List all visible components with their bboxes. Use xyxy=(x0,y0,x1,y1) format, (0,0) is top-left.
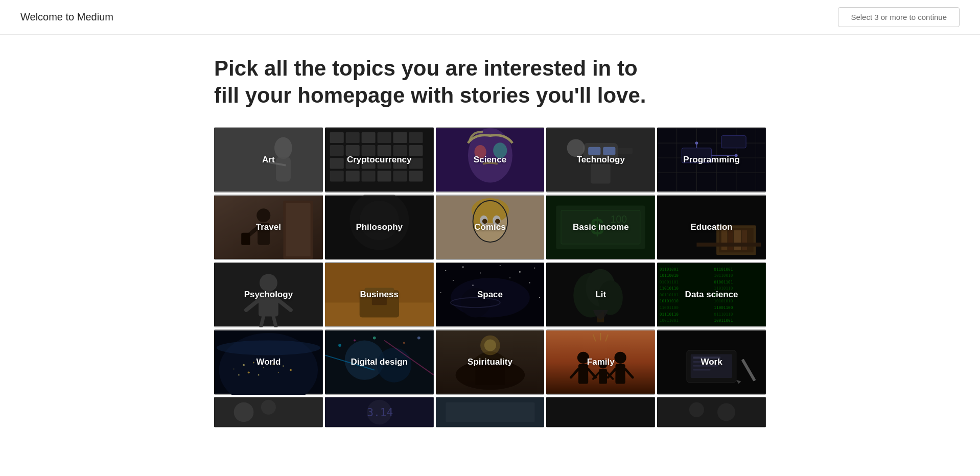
topic-label-technology: Technology xyxy=(546,127,655,193)
topic-label-datascience: Data science xyxy=(657,262,766,327)
topic-card-world[interactable]: World xyxy=(214,329,323,395)
topic-label-science: Science xyxy=(436,127,545,193)
topic-card-datascience[interactable]: 01101001 10110010 01001101 11010110 0011… xyxy=(657,262,766,327)
topic-label-row5c xyxy=(436,397,545,427)
topic-card-travel[interactable]: Travel xyxy=(214,195,323,260)
site-title: Welcome to Medium xyxy=(20,11,113,23)
topic-card-psychology[interactable]: Psychology xyxy=(214,262,323,327)
topic-label-philosophy: Philosophy xyxy=(325,195,434,260)
topic-card-family[interactable]: Family xyxy=(546,329,655,395)
topic-card-row5d[interactable] xyxy=(546,397,655,427)
topic-card-digitaldesign[interactable]: Digital design xyxy=(325,329,434,395)
topic-card-lit[interactable]: Lit xyxy=(546,262,655,327)
topic-card-space[interactable]: Space xyxy=(436,262,545,327)
topic-card-work[interactable]: Work xyxy=(657,329,766,395)
page-headline: Pick all the topics you are interested i… xyxy=(214,55,654,109)
topic-card-comics[interactable]: Comics xyxy=(436,195,545,260)
topic-card-row5a[interactable] xyxy=(214,397,323,427)
topic-label-row5b xyxy=(325,397,434,427)
topic-card-row5b[interactable]: 3.14 xyxy=(325,397,434,427)
topic-card-technology[interactable]: Technology xyxy=(546,127,655,193)
topic-card-cryptocurrency[interactable]: Cryptocurrency xyxy=(325,127,434,193)
topic-label-work: Work xyxy=(657,329,766,395)
site-header: Welcome to Medium Select 3 or more to co… xyxy=(0,0,980,35)
topic-label-lit: Lit xyxy=(546,262,655,327)
topic-label-comics: Comics xyxy=(436,195,545,260)
topic-card-art[interactable]: Art xyxy=(214,127,323,193)
topic-card-spirituality[interactable]: Spirituality xyxy=(436,329,545,395)
topic-label-business: Business xyxy=(325,262,434,327)
topic-label-education: Education xyxy=(657,195,766,260)
topic-card-programming[interactable]: Programming xyxy=(657,127,766,193)
topic-label-digitaldesign: Digital design xyxy=(325,329,434,395)
topic-card-basicincome[interactable]: $ 100 Basic income xyxy=(546,195,655,260)
topic-label-travel: Travel xyxy=(214,195,323,260)
topic-card-education[interactable]: Education xyxy=(657,195,766,260)
continue-button[interactable]: Select 3 or more to continue xyxy=(838,7,960,27)
topic-card-business[interactable]: Business xyxy=(325,262,434,327)
topic-label-spirituality: Spirituality xyxy=(436,329,545,395)
topic-label-psychology: Psychology xyxy=(214,262,323,327)
topic-label-programming: Programming xyxy=(657,127,766,193)
topic-card-science[interactable]: Science xyxy=(436,127,545,193)
topic-label-family: Family xyxy=(546,329,655,395)
topic-label-row5d xyxy=(546,397,655,427)
topic-label-art: Art xyxy=(214,127,323,193)
topics-grid: Art xyxy=(214,127,766,427)
topic-label-row5e xyxy=(657,397,766,427)
topic-label-basicincome: Basic income xyxy=(546,195,655,260)
main-content: Pick all the topics you are interested i… xyxy=(204,35,776,458)
topic-label-cryptocurrency: Cryptocurrency xyxy=(325,127,434,193)
topic-label-row5a xyxy=(214,397,323,427)
topic-card-philosophy[interactable]: Philosophy xyxy=(325,195,434,260)
topic-card-row5e[interactable] xyxy=(657,397,766,427)
topic-label-world: World xyxy=(214,329,323,395)
topic-label-space: Space xyxy=(436,262,545,327)
topic-card-row5c[interactable] xyxy=(436,397,545,427)
